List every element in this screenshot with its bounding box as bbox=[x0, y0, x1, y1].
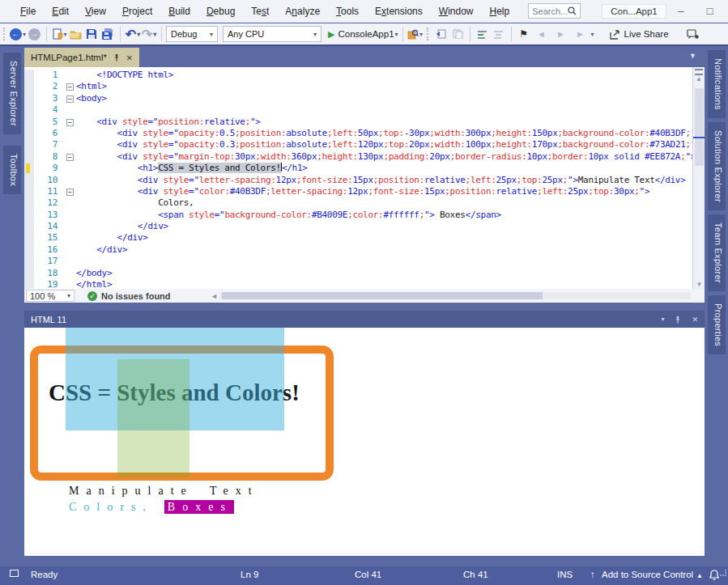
pane-close-icon[interactable]: × bbox=[692, 313, 698, 325]
pane-pin-icon[interactable] bbox=[674, 316, 682, 324]
comment-lines-button[interactable] bbox=[475, 25, 491, 43]
code-line-16[interactable]: 16 </div> bbox=[24, 244, 692, 256]
code-line-15[interactable]: 15 </div> bbox=[24, 232, 692, 244]
code-line-17[interactable]: 17 bbox=[24, 256, 692, 267]
toolbar-overflow-chevron[interactable]: ▾ bbox=[591, 31, 594, 38]
undo-button[interactable]: ↶▾ bbox=[125, 25, 141, 43]
code-line-5[interactable]: 5− <div style="position:relative;"> bbox=[24, 117, 692, 128]
scroll-down-icon[interactable]: ▼ bbox=[693, 281, 705, 288]
side-tab-server-explorer[interactable]: Server Explorer bbox=[3, 53, 21, 134]
code-line-10[interactable]: 10 <div style="letter-spacing:12px;font-… bbox=[24, 175, 692, 186]
indicator-margin[interactable] bbox=[24, 279, 34, 289]
indicator-margin[interactable] bbox=[24, 256, 34, 267]
side-tab-notifications[interactable]: Notifications bbox=[708, 50, 726, 118]
solution-configuration-dropdown[interactable]: Debug▾ bbox=[166, 26, 218, 42]
resize-grip[interactable] bbox=[720, 570, 726, 576]
code-line-11[interactable]: 11− <div style="color:#40B3DF;letter-spa… bbox=[24, 186, 692, 197]
open-file-button[interactable] bbox=[67, 25, 83, 43]
document-health-indicator[interactable]: ✓ No issues found bbox=[87, 291, 171, 301]
toolbar-grip[interactable] bbox=[427, 28, 430, 40]
indicator-margin[interactable] bbox=[24, 151, 34, 163]
pin-icon[interactable] bbox=[113, 53, 121, 61]
hscroll-thumb[interactable] bbox=[222, 292, 543, 299]
tab-overflow-icon[interactable]: ▼ bbox=[689, 52, 696, 60]
menu-view[interactable]: View bbox=[78, 3, 113, 19]
indicator-margin[interactable] bbox=[24, 221, 34, 232]
indicator-margin[interactable] bbox=[24, 117, 34, 128]
code-line-1[interactable]: 1 <!DOCTYPE html> bbox=[24, 70, 692, 81]
send-feedback-button[interactable] bbox=[685, 25, 701, 43]
navigate-backward-button[interactable] bbox=[433, 25, 449, 43]
next-bookmark-button[interactable]: ► bbox=[553, 25, 569, 43]
vscroll-thumb[interactable] bbox=[695, 88, 704, 166]
copy-doc-button[interactable] bbox=[449, 25, 466, 43]
minimize-button[interactable]: – bbox=[666, 1, 696, 22]
collapse-icon[interactable]: − bbox=[66, 154, 74, 161]
save-button[interactable] bbox=[83, 25, 100, 43]
menu-file[interactable]: File bbox=[13, 3, 43, 19]
code-editor[interactable]: 1 <!DOCTYPE html>2−<html>3−<body>45− <di… bbox=[24, 67, 692, 289]
menu-debug[interactable]: Debug bbox=[199, 3, 242, 19]
menu-help[interactable]: Help bbox=[482, 3, 517, 19]
maximize-button[interactable]: □ bbox=[696, 1, 725, 22]
editor-vertical-scrollbar[interactable]: ▲ ▼ bbox=[692, 67, 705, 289]
indicator-margin[interactable] bbox=[24, 81, 34, 92]
side-tab-toolbox[interactable]: Toolbox bbox=[3, 146, 21, 194]
side-tab-team-explorer[interactable]: Team Explorer bbox=[708, 214, 726, 291]
menu-extensions[interactable]: Extensions bbox=[368, 3, 430, 19]
menu-tools[interactable]: Tools bbox=[329, 3, 366, 19]
solution-platform-dropdown[interactable]: Any CPU▾ bbox=[223, 26, 321, 42]
live-share-button[interactable]: Live Share bbox=[609, 29, 669, 40]
indicator-margin[interactable] bbox=[24, 163, 34, 174]
code-line-14[interactable]: 14 </div> bbox=[24, 221, 692, 232]
collapse-icon[interactable]: − bbox=[66, 95, 74, 103]
collapse-icon[interactable]: − bbox=[66, 189, 74, 196]
pane-menu-icon[interactable]: ▾ bbox=[661, 316, 664, 323]
indicator-margin[interactable] bbox=[24, 268, 34, 279]
menu-build[interactable]: Build bbox=[161, 3, 198, 19]
scroll-left-icon[interactable]: ◄ bbox=[211, 292, 218, 300]
new-file-button[interactable]: ▾ bbox=[51, 25, 67, 43]
scroll-up-icon[interactable]: ▲ bbox=[693, 75, 705, 83]
save-all-button[interactable] bbox=[100, 25, 116, 43]
toggle-bookmark-button[interactable]: ⚑ bbox=[516, 25, 532, 43]
close-button[interactable]: ✕ bbox=[725, 1, 728, 22]
indicator-margin[interactable] bbox=[24, 93, 34, 104]
code-line-18[interactable]: 18</body> bbox=[24, 268, 692, 279]
navigate-forward-button[interactable]: → bbox=[26, 25, 42, 43]
tab-close-icon[interactable]: × bbox=[126, 52, 133, 64]
code-line-19[interactable]: 19</html> bbox=[24, 279, 692, 289]
indicator-margin[interactable] bbox=[24, 104, 34, 116]
editor-zoom-dropdown[interactable]: 100 %▾ bbox=[26, 290, 75, 302]
menu-edit[interactable]: Edit bbox=[45, 3, 76, 19]
previous-bookmark-button[interactable]: ◄ bbox=[534, 25, 550, 43]
indicator-margin[interactable] bbox=[24, 139, 34, 150]
code-line-2[interactable]: 2−<html> bbox=[24, 81, 692, 92]
code-line-12[interactable]: 12 Colors, bbox=[24, 197, 692, 209]
code-line-4[interactable]: 4 bbox=[24, 104, 692, 116]
uncomment-lines-button[interactable] bbox=[491, 25, 507, 43]
toolbar-grip[interactable] bbox=[3, 28, 6, 40]
code-line-8[interactable]: 8− <div style="margin-top:30px;width:360… bbox=[24, 151, 692, 163]
side-tab-properties[interactable]: Properties bbox=[708, 295, 726, 354]
background-tasks-icon[interactable] bbox=[10, 570, 19, 577]
indicator-margin[interactable] bbox=[24, 186, 34, 197]
editor-horizontal-scrollbar[interactable]: ◄ bbox=[211, 291, 691, 300]
redo-button[interactable]: ↷▾ bbox=[141, 25, 157, 43]
menu-analyze[interactable]: Analyze bbox=[278, 3, 327, 19]
preview-pane-title-bar[interactable]: HTML 11 ▾ × bbox=[24, 311, 705, 328]
indicator-margin[interactable] bbox=[24, 128, 34, 139]
indicator-margin[interactable] bbox=[24, 70, 34, 81]
collapse-icon[interactable]: − bbox=[66, 119, 74, 126]
search-input[interactable]: Search... bbox=[528, 3, 581, 19]
code-line-9[interactable]: 9 <h1>CSS = Styles and Colors!</h1> bbox=[24, 163, 692, 174]
indicator-margin[interactable] bbox=[24, 210, 34, 221]
indicator-margin[interactable] bbox=[24, 244, 34, 256]
indicator-margin[interactable] bbox=[24, 197, 34, 209]
start-debugging-button[interactable]: ▶ ConsoleApp1 ▾ bbox=[328, 25, 398, 43]
code-line-6[interactable]: 6 <div style="opacity:0.5;position:absol… bbox=[24, 128, 692, 139]
document-tab-htmlpage1[interactable]: HTMLPage1.html* × bbox=[24, 48, 139, 67]
find-in-files-button[interactable]: ▾ bbox=[407, 25, 424, 43]
menu-project[interactable]: Project bbox=[115, 3, 160, 19]
add-to-source-control-button[interactable]: Add to Source Control bbox=[602, 570, 693, 579]
